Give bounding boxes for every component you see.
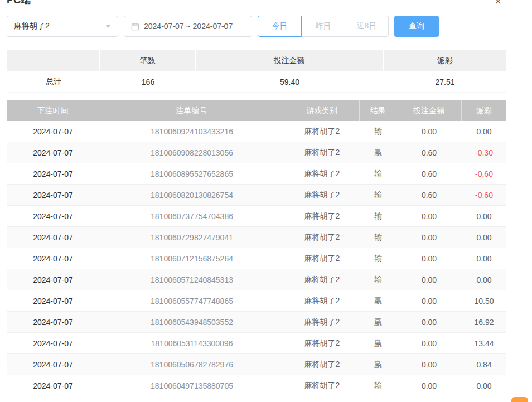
table-row: 2024-07-071810060531143300096麻将胡了2赢0.001… [7,333,506,354]
cell-game: 麻将胡了2 [284,354,360,375]
cell-result: 输 [360,227,396,248]
cell-payout: -0.60 [462,163,506,184]
cell-payout: 0.00 [462,227,506,248]
cell-game: 麻将胡了2 [284,375,360,396]
cell-bet: 0.00 [396,206,462,226]
filter-bar: 麻将胡了2 2024-07-07 ~ 2024-07-07 今日 昨日 近8日 … [7,16,439,37]
cell-payout: 0.00 [462,248,506,269]
header-result: 结果 [360,100,396,121]
cell-bet: 0.60 [396,185,462,205]
yesterday-button[interactable]: 昨日 [301,16,345,37]
search-button[interactable]: 查询 [394,16,439,37]
cell-id: 1810060924103433216 [99,121,284,142]
cell-result: 输 [360,206,396,226]
cell-time: 2024-07-07 [7,354,99,375]
cell-id: 1810060712156875264 [99,248,284,269]
table-row: 2024-07-071810060908228013056麻将胡了2赢0.60-… [7,142,506,163]
cell-id: 1810060571240845313 [99,269,284,290]
today-button[interactable]: 今日 [258,16,302,37]
table-row: 2024-07-071810060557747748865麻将胡了2赢0.001… [7,290,506,312]
cell-id: 1810060895527652865 [99,163,284,184]
cell-bet: 0.00 [396,121,462,142]
summary-header-payout: 派彩 [384,50,506,71]
cell-game: 麻将胡了2 [284,185,360,205]
bet-records-page: PC端 × 麻将胡了2 2024-07-07 ~ 2024-07-07 今日 昨… [0,0,532,402]
cell-payout: -0.30 [462,142,506,163]
cell-time: 2024-07-07 [7,142,99,163]
cell-bet: 0.00 [396,333,462,353]
table-row: 2024-07-071810060506782782976麻将胡了2赢0.000… [7,354,506,375]
cell-time: 2024-07-07 [7,227,99,248]
cell-game: 麻将胡了2 [284,248,360,269]
cell-result: 输 [360,269,396,290]
table-row: 2024-07-071810060729827479041麻将胡了2输0.000… [7,227,506,248]
cell-time: 2024-07-07 [7,248,99,269]
summary-total-count: 166 [100,71,196,92]
table-row: 2024-07-071810060737754704386麻将胡了2输0.000… [7,206,506,227]
summary-total-row: 总计 166 59.40 27.51 [7,71,506,93]
header-bet-amount: 投注金额 [396,100,462,121]
cell-result: 赢 [360,290,396,311]
close-icon[interactable]: × [495,0,501,7]
cell-game: 麻将胡了2 [284,227,360,248]
summary-header-empty [7,50,100,71]
floating-service-widget[interactable] [511,397,528,402]
game-select[interactable]: 麻将胡了2 [7,16,118,37]
cell-game: 麻将胡了2 [284,333,360,353]
summary-header-bet-amount: 投注金额 [196,50,384,71]
cell-game: 麻将胡了2 [284,312,360,332]
cell-id: 1810060543948503552 [99,312,284,332]
cell-payout: 13.44 [462,333,506,353]
cell-id: 1810060497135880705 [99,375,284,396]
cell-result: 输 [360,248,396,269]
cell-payout: 16.92 [462,312,506,332]
cell-result: 输 [360,121,396,142]
date-range-value: 2024-07-07 ~ 2024-07-07 [144,22,233,31]
cell-time: 2024-07-07 [7,312,99,332]
cell-game: 麻将胡了2 [284,121,360,142]
cell-bet: 0.00 [396,354,462,375]
cell-payout: 10.50 [462,290,506,311]
cell-id: 1810060531143300096 [99,333,284,353]
cell-id: 1810060908228013056 [99,142,284,163]
cell-result: 赢 [360,312,396,332]
table-row: 2024-07-071810060543948503552麻将胡了2赢0.001… [7,312,506,333]
bet-table-body: 2024-07-071810060924103433216麻将胡了2输0.000… [7,121,506,396]
cell-game: 麻将胡了2 [284,142,360,163]
cell-payout: -0.60 [462,185,506,205]
cell-bet: 0.00 [396,269,462,290]
cell-result: 赢 [360,333,396,353]
table-row: 2024-07-071810060820130826754麻将胡了2输0.60-… [7,185,506,206]
summary-total-payout: 27.51 [384,71,506,92]
table-row: 2024-07-071810060924103433216麻将胡了2输0.000… [7,121,506,142]
cell-time: 2024-07-07 [7,269,99,290]
last-8-days-button[interactable]: 近8日 [345,16,389,37]
cell-id: 1810060729827479041 [99,227,284,248]
cell-bet: 0.00 [396,290,462,311]
header-game-type: 游戏类别 [284,100,360,121]
cell-id: 1810060557747748865 [99,290,284,311]
cell-bet: 0.60 [396,163,462,184]
table-row: 2024-07-071810060571240845313麻将胡了2输0.000… [7,269,506,290]
cell-time: 2024-07-07 [7,290,99,311]
cell-bet: 0.00 [396,312,462,332]
cell-result: 输 [360,163,396,184]
cell-time: 2024-07-07 [7,333,99,353]
page-title: PC端 [7,0,31,7]
cell-payout: 0.84 [462,354,506,375]
cell-time: 2024-07-07 [7,375,99,396]
cell-result: 赢 [360,142,396,163]
table-row: 2024-07-071810060895527652865麻将胡了2输0.60-… [7,163,506,185]
cell-payout: 0.00 [462,375,506,396]
cell-bet: 0.00 [396,375,462,396]
cell-time: 2024-07-07 [7,185,99,205]
summary-header-row: 笔数 投注金额 派彩 [7,50,506,71]
chevron-down-icon [105,25,111,28]
cell-time: 2024-07-07 [7,163,99,184]
date-range-input[interactable]: 2024-07-07 ~ 2024-07-07 [124,16,252,37]
cell-bet: 0.60 [396,142,462,163]
table-row: 2024-07-071810060712156875264麻将胡了2输0.000… [7,248,506,269]
game-select-value: 麻将胡了2 [14,21,50,31]
header-bet-time: 下注时间 [7,100,99,121]
cell-time: 2024-07-07 [7,206,99,226]
